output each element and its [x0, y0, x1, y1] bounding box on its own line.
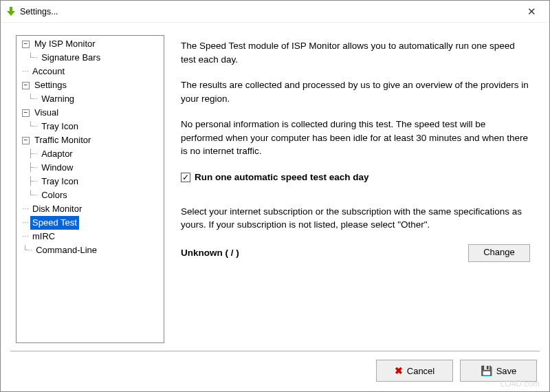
tree-item-tray-icon-visual[interactable]: └··Tray Icon: [28, 120, 164, 133]
description-paragraph-1: The Speed Test module of ISP Monitor all…: [181, 39, 530, 66]
dialog-buttons: ✖ Cancel 💾 Save: [376, 360, 537, 382]
tree-item-warning[interactable]: └··Warning: [28, 92, 164, 106]
save-button[interactable]: 💾 Save: [460, 360, 537, 382]
tree-item-adaptor[interactable]: ├··Adaptor: [28, 147, 164, 161]
close-button[interactable]: ✕: [515, 2, 548, 21]
auto-speed-test-checkbox[interactable]: [181, 173, 190, 182]
separator: [10, 351, 540, 351]
save-icon: 💾: [481, 365, 492, 376]
tree-item-tray-icon-traffic[interactable]: ├··Tray Icon: [28, 175, 164, 188]
tree-item-account[interactable]: ···Account: [22, 65, 164, 78]
tree-item-settings[interactable]: Settings └··Warning: [22, 78, 164, 106]
save-button-label: Save: [496, 366, 517, 376]
auto-speed-test-label: Run one automatic speed test each day: [195, 171, 369, 184]
subscription-value: Unknown ( / ): [181, 246, 239, 260]
close-icon: ✕: [527, 6, 536, 18]
nav-tree[interactable]: My ISP Monitor └··Signature Bars ···Acco…: [16, 35, 164, 343]
collapse-icon[interactable]: [22, 82, 30, 89]
tree-item-command-line[interactable]: └··Command-Line: [22, 243, 164, 257]
collapse-icon[interactable]: [22, 41, 30, 48]
tree-item-my-isp-monitor[interactable]: My ISP Monitor └··Signature Bars: [22, 37, 164, 65]
tree-item-colors[interactable]: └··Colors: [28, 188, 164, 202]
tree-item-speed-test[interactable]: ···Speed Test: [22, 216, 164, 230]
collapse-icon[interactable]: [22, 109, 30, 117]
titlebar: Settings... ✕: [1, 1, 549, 23]
tree-item-signature-bars[interactable]: └··Signature Bars: [28, 51, 164, 65]
cancel-icon: ✖: [395, 365, 403, 376]
tree-item-disk-monitor[interactable]: ···Disk Monitor: [22, 202, 164, 216]
subscription-paragraph: Select your internet subscription or the…: [181, 205, 530, 232]
collapse-icon[interactable]: [22, 137, 30, 144]
change-button[interactable]: Change: [468, 244, 530, 262]
content-pane: The Speed Test module of ISP Monitor all…: [164, 35, 534, 343]
cancel-button[interactable]: ✖ Cancel: [376, 360, 453, 382]
change-button-label: Change: [483, 246, 515, 259]
window-title: Settings...: [20, 7, 58, 17]
tree-item-mirc[interactable]: ···mIRC: [22, 230, 164, 243]
description-paragraph-2: The results are collected and processed …: [181, 78, 530, 105]
description-paragraph-3: No personal information is collected dur…: [181, 118, 530, 158]
tree-item-traffic-monitor[interactable]: Traffic Monitor ├··Adaptor ├··Window ├··…: [22, 133, 164, 202]
cancel-button-label: Cancel: [407, 366, 434, 376]
tree-item-visual[interactable]: Visual └··Tray Icon: [22, 106, 164, 133]
settings-window: Settings... ✕ My ISP Monitor └··Signatur…: [0, 0, 550, 392]
tree-item-window[interactable]: ├··Window: [28, 161, 164, 175]
download-arrow-icon: [6, 7, 16, 17]
